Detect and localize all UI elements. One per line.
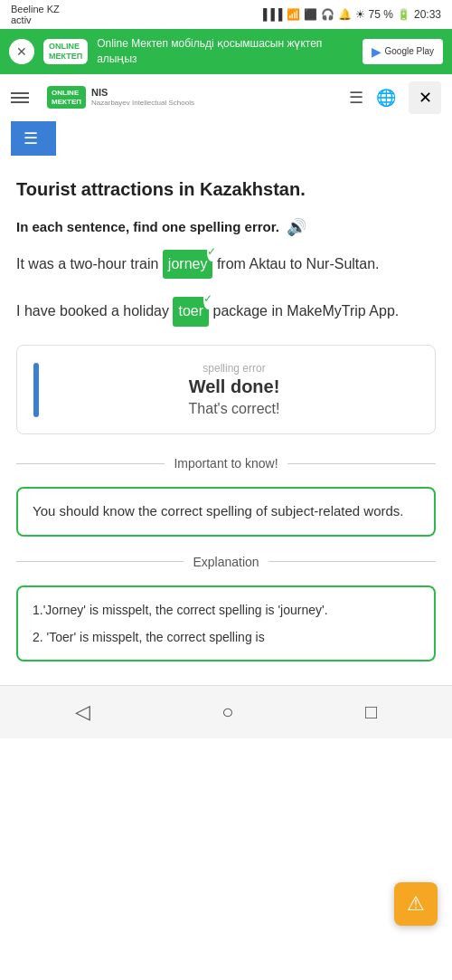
explanation-line-left xyxy=(16,561,184,562)
sentence-1-after: from Aktau to Nur-Sultan. xyxy=(217,256,380,271)
banner-text: Online Мектеп мобільді қосымшасын жүктеп… xyxy=(97,36,353,67)
hamburger-line xyxy=(11,97,29,99)
banner-close-button[interactable]: ✕ xyxy=(9,39,34,64)
checkmark-1: ✓ xyxy=(207,243,216,262)
bottom-nav: ◁ ○ □ xyxy=(0,685,452,738)
hamburger-line xyxy=(11,101,29,103)
important-label: Important to know! xyxy=(174,456,278,471)
divider-line-right xyxy=(287,463,436,464)
info-text: You should know the correct spelling of … xyxy=(33,503,404,519)
nav-online-logo: ONLINE МЕКТЕП xyxy=(47,86,86,109)
record-icon: ⬛ xyxy=(304,8,317,21)
explanation-box: 1.'Jorney' is misspelt, the correct spel… xyxy=(16,585,436,662)
close-x-button[interactable]: ✕ xyxy=(409,81,441,114)
back-button[interactable]: ◁ xyxy=(57,695,108,729)
sentence-1: It was a two-hour train jorney ✓ from Ak… xyxy=(16,250,436,280)
sentence-2: I have booked a holiday toer ✓ package i… xyxy=(16,297,436,327)
sentence-2-after: package in MakeMyTrip App. xyxy=(213,303,400,319)
battery-level: 75 % xyxy=(369,8,393,21)
recent-apps-button[interactable]: □ xyxy=(347,695,395,729)
sentence-1-before: It was a two-hour train xyxy=(16,256,158,271)
explanation-line-right xyxy=(268,561,436,562)
important-divider: Important to know! xyxy=(16,456,436,471)
main-content: Tourist attractions in Kazakhstan. In ea… xyxy=(0,163,452,677)
result-box: spelling error Well done! That's correct… xyxy=(16,345,436,434)
explanation-item-1: 1.'Jorney' is misspelt, the correct spel… xyxy=(33,600,419,620)
instruction-text: In each sentence, find one spelling erro… xyxy=(16,219,279,234)
explanation-divider: Explanation xyxy=(16,555,436,569)
headphone-icon: 🎧 xyxy=(321,8,334,21)
sentence-2-highlighted[interactable]: toer ✓ xyxy=(173,297,209,327)
result-indicator xyxy=(33,363,39,417)
status-bar: Beeline KZ activ ▐▐▐ 📶 ⬛ 🎧 🔔 ☀ 75 % 🔋 20… xyxy=(0,0,452,29)
banner-logo: ONLINE МЕКТЕП xyxy=(43,39,88,64)
bell-icon: 🔔 xyxy=(338,8,352,21)
well-done-text: Well done! xyxy=(50,376,419,397)
signal-icon: ▐▐▐ xyxy=(259,8,283,21)
clock: 20:33 xyxy=(414,8,441,21)
nav-logo-group: ONLINE МЕКТЕП NIS Nazarbayev Intellectua… xyxy=(47,86,194,109)
play-icon: ▶ xyxy=(372,44,381,59)
google-play-label: Google Play xyxy=(385,46,434,56)
checkmark-2: ✓ xyxy=(203,290,212,309)
explanation-item-2: 2. 'Toer' is misspelt, the correct spell… xyxy=(33,627,419,647)
sentence-1-highlighted[interactable]: jorney ✓ xyxy=(163,250,213,280)
sentence-2-before: I have booked a holiday xyxy=(16,303,169,319)
wifi-icon: 📶 xyxy=(287,8,300,21)
instruction-row: In each sentence, find one spelling erro… xyxy=(16,217,436,237)
page-title: Tourist attractions in Kazakhstan. xyxy=(16,177,436,201)
speaker-icon[interactable]: 🔊 xyxy=(287,217,306,237)
globe-icon[interactable]: 🌐 xyxy=(376,88,396,108)
nav-nis-logo: NIS Nazarbayev Intellectual Schools xyxy=(91,87,194,108)
list-icon[interactable]: ☰ xyxy=(349,88,363,108)
blue-menu-toggle[interactable]: ☰ xyxy=(11,121,56,156)
brightness-icon: ☀ xyxy=(355,8,365,21)
info-box: You should know the correct spelling of … xyxy=(16,487,436,537)
nav-bar: ONLINE МЕКТЕП NIS Nazarbayev Intellectua… xyxy=(0,74,452,163)
spelling-error-label: spelling error xyxy=(50,362,419,375)
carrier-info: Beeline KZ activ xyxy=(11,4,60,25)
battery-icon: 🔋 xyxy=(397,8,410,21)
nav-icons: ☰ 🌐 ✕ xyxy=(349,81,441,114)
divider-line-left xyxy=(16,463,165,464)
hamburger-line xyxy=(11,92,29,94)
explanation-label: Explanation xyxy=(193,555,259,569)
result-content: spelling error Well done! That's correct… xyxy=(50,362,419,417)
hamburger-menu[interactable] xyxy=(11,92,29,103)
status-icons: ▐▐▐ 📶 ⬛ 🎧 🔔 ☀ 75 % 🔋 20:33 xyxy=(259,8,441,21)
correct-text: That's correct! xyxy=(50,401,419,417)
home-button[interactable]: ○ xyxy=(203,695,251,729)
network-name: activ xyxy=(11,14,60,25)
google-play-button[interactable]: ▶ Google Play xyxy=(363,39,443,64)
app-banner: ✕ ONLINE МЕКТЕП Online Мектеп мобільді қ… xyxy=(0,29,452,74)
carrier-name: Beeline KZ xyxy=(11,4,60,14)
